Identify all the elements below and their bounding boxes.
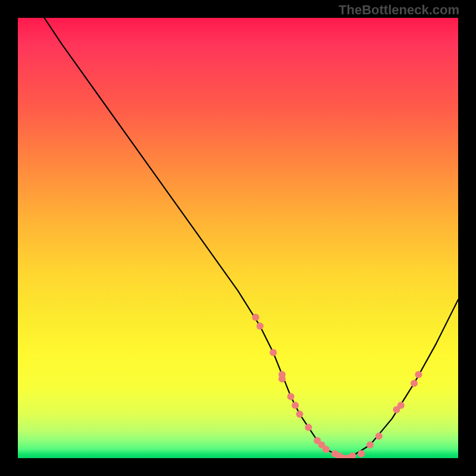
chart-container: TheBottleneck.com bbox=[0, 0, 476, 476]
marker-dot bbox=[287, 393, 295, 400]
marker-dot bbox=[305, 424, 312, 431]
marker-dot bbox=[367, 441, 374, 449]
marker-dot bbox=[292, 402, 299, 409]
marker-dot bbox=[411, 380, 418, 387]
marker-dot bbox=[256, 322, 264, 330]
marker-dot bbox=[415, 371, 422, 378]
watermark-text: TheBottleneck.com bbox=[339, 2, 459, 18]
marker-dot bbox=[296, 411, 303, 418]
marker-dot bbox=[252, 314, 259, 321]
marker-dot bbox=[358, 450, 365, 458]
marker-dot bbox=[322, 446, 330, 453]
marker-dot bbox=[397, 402, 405, 409]
marker-dot bbox=[349, 452, 356, 458]
line-path bbox=[44, 18, 458, 458]
marker-dots bbox=[252, 314, 422, 458]
marker-dot bbox=[278, 375, 286, 383]
marker-dot bbox=[375, 433, 383, 440]
plot-area bbox=[18, 18, 458, 458]
curve-svg bbox=[18, 18, 458, 458]
marker-dot bbox=[270, 349, 277, 356]
